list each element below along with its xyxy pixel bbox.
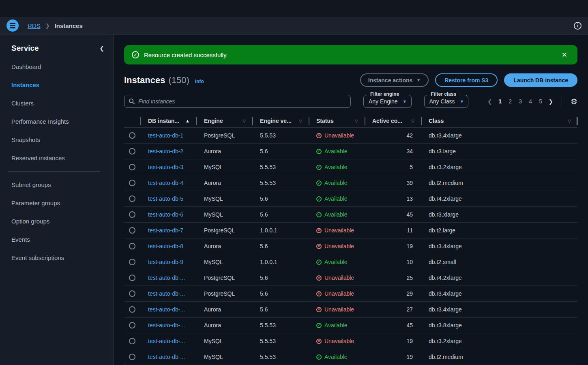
sidebar-item-performance-insights[interactable]: Performance Insights — [11, 118, 113, 125]
column-header-db-instance[interactable]: DB instan... ▲ — [140, 114, 196, 128]
sidebar-item-parameter-groups[interactable]: Parameter groups — [11, 200, 113, 206]
sidebar-item-subnet-groups[interactable]: Subnet groups — [11, 181, 113, 188]
db-instance-link[interactable]: test-auto-db-... — [148, 290, 185, 297]
instances-table-body: test-auto-db-1PostgreSQL5.5.53✕Unavailab… — [124, 128, 577, 365]
class-cell: db.t2.large — [421, 227, 577, 234]
sort-icon[interactable]: ▽ — [299, 119, 309, 123]
row-select-radio[interactable] — [129, 322, 135, 328]
active-connections-cell: 39 — [365, 180, 421, 186]
row-select-cell — [124, 338, 140, 344]
db-instance-link[interactable]: test-auto-db-2 — [148, 148, 183, 155]
sidebar-title: Service — [11, 44, 39, 53]
row-select-radio[interactable] — [129, 243, 135, 249]
page-number-4[interactable]: 4 — [528, 98, 532, 105]
sort-icon[interactable]: ▽ — [355, 119, 365, 123]
restore-from-s3-button[interactable]: Restore from S3 — [435, 73, 498, 87]
column-header-engine-version[interactable]: Engine ve... ▽ — [252, 114, 309, 128]
column-header-class[interactable]: Class ▽ — [421, 114, 577, 128]
instance-count: (150) — [169, 75, 189, 86]
sidebar-item-option-groups[interactable]: Option groups — [11, 218, 113, 225]
active-connections-cell: 5 — [365, 164, 421, 170]
db-instance-cell: test-auto-db-2 — [140, 148, 196, 155]
column-header-engine[interactable]: Engine ▽ — [196, 114, 252, 128]
class-cell: db.t2.medium — [421, 354, 577, 360]
sidebar-item-reserved-instances[interactable]: Reserved instances — [11, 155, 113, 161]
db-instance-link[interactable]: test-auto-db-4 — [148, 180, 183, 186]
db-instance-link[interactable]: test-auto-db-3 — [148, 164, 183, 170]
info-link[interactable]: Info — [195, 79, 204, 84]
db-instance-link[interactable]: test-auto-db-... — [148, 322, 185, 328]
status-unavailable-icon: ✕ — [316, 339, 322, 344]
db-instance-link[interactable]: test-auto-db-7 — [148, 227, 183, 234]
status-text: Available — [324, 164, 348, 170]
status-cell: ✓Available — [309, 354, 365, 360]
row-select-cell — [124, 275, 140, 281]
hamburger-menu-icon[interactable] — [6, 19, 19, 32]
breadcrumb-rds-link[interactable]: RDS — [28, 22, 41, 29]
db-instance-link[interactable]: test-auto-db-5 — [148, 195, 183, 202]
sort-icon[interactable]: ▽ — [242, 119, 252, 123]
row-select-radio[interactable] — [129, 338, 135, 344]
status-available-icon: ✓ — [316, 180, 322, 186]
sidebar-item-snapshots[interactable]: Snapshots — [11, 136, 113, 143]
pagination: ❮ 1 2 3 4 5 ❯ ⚙ — [487, 97, 577, 106]
db-instance-link[interactable]: test-auto-db-... — [148, 354, 185, 360]
status-unavailable-icon: ✕ — [316, 291, 322, 296]
active-connections-cell: 25 — [365, 275, 421, 281]
pagination-next-icon[interactable]: ❯ — [549, 99, 553, 105]
sidebar-item-clusters[interactable]: Clusters — [11, 100, 113, 107]
page-number-1[interactable]: 1 — [498, 98, 502, 105]
close-icon[interactable]: ✕ — [559, 49, 570, 61]
pagination-previous-icon[interactable]: ❮ — [487, 99, 492, 105]
row-select-cell — [124, 227, 140, 234]
row-select-radio[interactable] — [129, 164, 135, 170]
db-instance-link[interactable]: test-auto-db-1 — [148, 132, 183, 139]
launch-db-instance-button[interactable]: Launch DB instance — [504, 73, 577, 87]
engine-version-cell: 5.6 — [252, 275, 309, 281]
db-instance-link[interactable]: test-auto-db-... — [148, 306, 185, 313]
row-select-radio[interactable] — [129, 195, 135, 202]
instance-actions-button[interactable]: Instance actions ▼ — [360, 73, 429, 87]
breadcrumb: RDS ❯ Instances — [28, 22, 83, 29]
row-select-radio[interactable] — [129, 259, 135, 265]
status-cell: ✕Unavailable — [309, 306, 365, 313]
db-instance-link[interactable]: test-auto-db-... — [148, 275, 185, 281]
row-select-radio[interactable] — [129, 180, 135, 186]
status-text: Available — [324, 180, 348, 186]
engine-version-cell: 5.5.53 — [252, 354, 309, 360]
row-select-radio[interactable] — [129, 290, 135, 297]
db-instance-link[interactable]: test-auto-db-6 — [148, 211, 183, 218]
status-cell: ✕Unavailable — [309, 290, 365, 297]
row-select-radio[interactable] — [129, 354, 135, 360]
settings-gear-icon[interactable]: ⚙ — [571, 97, 577, 106]
page-number-3[interactable]: 3 — [518, 98, 522, 105]
sort-icon[interactable]: ▽ — [568, 119, 577, 123]
row-select-radio[interactable] — [129, 132, 135, 139]
db-instance-link[interactable]: test-auto-db-8 — [148, 243, 183, 249]
row-select-radio[interactable] — [129, 306, 135, 313]
row-select-radio[interactable] — [129, 148, 135, 155]
page-number-5[interactable]: 5 — [539, 98, 543, 105]
sidebar-item-event-subscriptions[interactable]: Event subscriptions — [11, 254, 113, 261]
success-banner-message: Resource created successfully — [144, 52, 226, 58]
search-input[interactable] — [138, 98, 346, 105]
sort-ascending-icon[interactable]: ▲ — [185, 118, 196, 123]
column-header-active-connections[interactable]: Active co... ▽ — [365, 114, 421, 128]
column-header-status[interactable]: Status ▽ — [309, 114, 365, 128]
sidebar-item-events[interactable]: Events — [11, 236, 113, 243]
info-icon[interactable]: i — [574, 22, 582, 30]
status-text: Available — [324, 195, 348, 202]
sidebar-item-instances[interactable]: Instances — [11, 82, 113, 88]
row-select-radio[interactable] — [129, 275, 135, 281]
sidebar-collapse-icon[interactable]: ❮ — [99, 45, 104, 52]
db-instance-cell: test-auto-db-... — [140, 306, 196, 313]
db-instance-cell: test-auto-db-8 — [140, 243, 196, 249]
page-number-2[interactable]: 2 — [508, 98, 512, 105]
sidebar-item-dashboard[interactable]: Dashboard — [11, 63, 113, 70]
sort-icon[interactable]: ▽ — [411, 119, 421, 123]
row-select-radio[interactable] — [129, 211, 135, 218]
db-instance-link[interactable]: test-auto-db-... — [148, 338, 185, 344]
status-text: Unavailable — [324, 290, 354, 297]
db-instance-link[interactable]: test-auto-db-9 — [148, 259, 183, 265]
row-select-radio[interactable] — [129, 227, 135, 234]
